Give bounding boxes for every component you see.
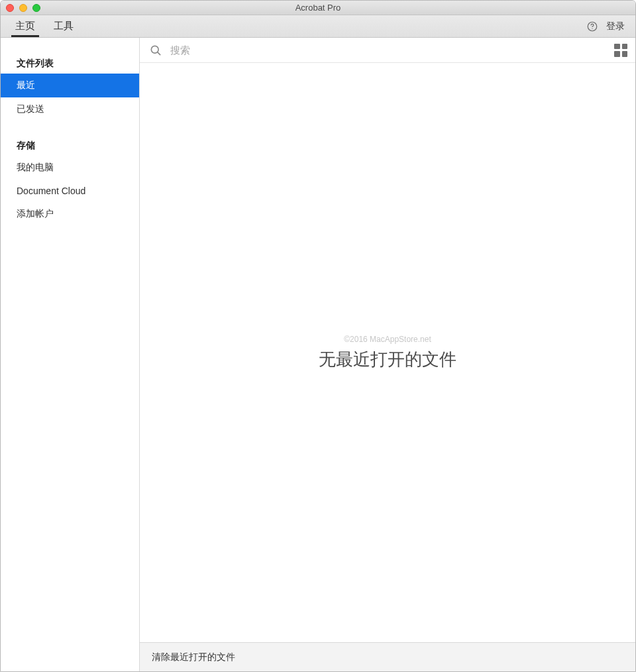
tab-home[interactable]: 主页: [6, 15, 44, 37]
window-close-button[interactable]: [6, 4, 14, 12]
tab-tools-label: 工具: [54, 20, 74, 32]
sidebar-item-my-computer[interactable]: 我的电脑: [1, 156, 139, 180]
search-icon: [149, 44, 162, 57]
tabbar: 主页 工具 登录: [1, 15, 635, 38]
login-button[interactable]: 登录: [604, 15, 629, 37]
sidebar-item-label: Document Cloud: [17, 186, 85, 196]
sidebar-item-label: 最近: [17, 80, 35, 90]
sidebar-item-sent[interactable]: 已发送: [1, 97, 139, 121]
grid-icon: [622, 44, 628, 50]
content-area: 文件列表 最近 已发送 存储 我的电脑 Document Cloud 添加帐户: [1, 38, 635, 671]
sidebar-header-file-list: 文件列表: [1, 50, 139, 74]
bottombar: 清除最近打开的文件: [140, 642, 635, 671]
grid-view-toggle[interactable]: [614, 44, 627, 57]
help-icon: [586, 21, 598, 32]
help-button[interactable]: [581, 15, 604, 37]
grid-icon: [614, 44, 620, 50]
tab-home-label: 主页: [15, 20, 35, 32]
search-input[interactable]: [170, 44, 606, 56]
window-minimize-button[interactable]: [19, 4, 27, 12]
watermark-text: ©2016 MacAppStore.net: [344, 335, 431, 344]
svg-line-3: [158, 52, 160, 54]
login-label: 登录: [606, 21, 625, 32]
sidebar-item-document-cloud[interactable]: Document Cloud: [1, 180, 139, 202]
sidebar-item-recent[interactable]: 最近: [1, 74, 139, 97]
main-panel: ©2016 MacAppStore.net 无最近打开的文件 清除最近打开的文件: [140, 38, 635, 671]
sidebar-section-file-list: 文件列表 最近 已发送: [1, 50, 139, 121]
sidebar-item-add-account[interactable]: 添加帐户: [1, 202, 139, 226]
empty-state: ©2016 MacAppStore.net 无最近打开的文件: [140, 63, 635, 642]
sidebar-item-label: 添加帐户: [17, 208, 54, 219]
titlebar: Acrobat Pro: [1, 1, 635, 15]
sidebar-section-storage: 存储 我的电脑 Document Cloud 添加帐户: [1, 133, 139, 226]
tab-tools[interactable]: 工具: [44, 15, 83, 37]
sidebar: 文件列表 最近 已发送 存储 我的电脑 Document Cloud 添加帐户: [1, 38, 140, 671]
grid-icon: [614, 51, 620, 57]
searchbar: [140, 38, 635, 63]
svg-point-1: [592, 28, 592, 28]
clear-recent-link[interactable]: 清除最近打开的文件: [152, 651, 235, 663]
sidebar-item-label: 我的电脑: [17, 162, 54, 172]
window-title: Acrobat Pro: [1, 3, 635, 13]
empty-message: 无最近打开的文件: [319, 348, 456, 371]
window-maximize-button[interactable]: [32, 4, 40, 12]
grid-icon: [622, 51, 628, 57]
traffic-lights: [1, 4, 40, 12]
app-window: Acrobat Pro 主页 工具 登录 文件列表 最近: [0, 0, 636, 672]
sidebar-item-label: 已发送: [17, 103, 44, 114]
sidebar-header-storage: 存储: [1, 133, 139, 156]
